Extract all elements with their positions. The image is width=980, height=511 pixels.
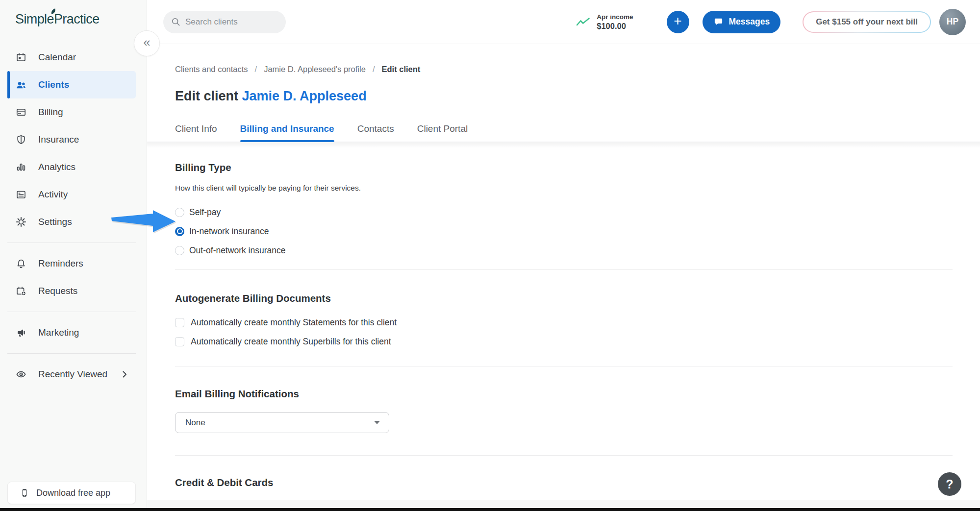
billing-type-options: Self-pay In-network insurance Out-of-net… (175, 206, 953, 256)
sidebar-item-recently-viewed[interactable]: Recently Viewed (7, 361, 136, 388)
sidebar-spacer (0, 388, 147, 482)
analytics-icon (16, 162, 26, 172)
topbar-divider (791, 12, 791, 32)
search-input[interactable] (185, 17, 274, 27)
sidebar-item-label: Calendar (38, 52, 76, 63)
megaphone-icon (16, 327, 26, 338)
sidebar-item-insurance[interactable]: Insurance (7, 126, 136, 153)
billing-type-heading: Billing Type (175, 162, 953, 173)
client-search[interactable] (163, 11, 286, 33)
income-label: Apr income (597, 13, 633, 21)
credit-debit-cards-heading: Credit & Debit Cards (175, 477, 953, 488)
income-widget[interactable]: Apr income $100.00 (576, 13, 633, 31)
radio-out-of-network-insurance[interactable]: Out-of-network insurance (175, 244, 953, 256)
logo-text: SimplePractice (15, 12, 100, 26)
phone-icon (20, 488, 29, 498)
section-divider (175, 366, 953, 366)
billing-type-description: How this client will typically be paying… (175, 184, 953, 193)
radio-button[interactable] (175, 208, 184, 217)
page-title: Edit client Jamie D. Appleseed (175, 89, 953, 104)
sidebar-nav: Calendar Clients Billing (0, 44, 147, 388)
help-button[interactable]: ? (938, 472, 961, 496)
page-title-client-name: Jamie D. Appleseed (242, 89, 367, 103)
main-area: Apr income $100.00 + Messages Get $155 o… (147, 0, 980, 511)
double-chevron-left-icon: « (143, 35, 150, 50)
radio-button[interactable] (175, 246, 184, 255)
section-divider (175, 269, 953, 270)
sidebar-item-settings[interactable]: Settings (7, 208, 136, 236)
checkbox[interactable] (175, 337, 184, 346)
sidebar-divider (7, 243, 136, 243)
breadcrumb-clients-and-contacts[interactable]: Clients and contacts (175, 65, 248, 74)
bell-icon (16, 258, 26, 269)
window-bottom-edge (0, 508, 980, 511)
sidebar-divider (7, 353, 136, 354)
breadcrumb-separator: / (373, 65, 375, 74)
clients-icon (16, 79, 26, 90)
simplepractice-logo: SimplePractice (15, 12, 100, 27)
checkbox-monthly-statements[interactable]: Automatically create monthly Statements … (175, 317, 953, 328)
sidebar-item-activity[interactable]: Activity (7, 181, 136, 208)
sidebar-item-billing[interactable]: Billing (7, 98, 136, 126)
tab-billing-and-insurance[interactable]: Billing and Insurance (240, 123, 334, 142)
breadcrumb-client-profile[interactable]: Jamie D. Appleseed's profile (264, 65, 366, 74)
radio-button-selected[interactable] (175, 227, 184, 236)
page-content: Clients and contacts / Jamie D. Applesee… (147, 44, 980, 511)
tab-bar: Client Info Billing and Insurance Contac… (147, 123, 980, 142)
breadcrumb: Clients and contacts / Jamie D. Applesee… (175, 65, 953, 74)
sidebar-item-label: Marketing (38, 327, 79, 338)
gear-icon (16, 217, 26, 227)
sidebar-item-reminders[interactable]: Reminders (7, 250, 136, 277)
checkbox-monthly-superbills[interactable]: Automatically create monthly Superbills … (175, 336, 953, 347)
referral-promo-button[interactable]: Get $155 off your next bill (803, 11, 931, 33)
sidebar-item-analytics[interactable]: Analytics (7, 153, 136, 181)
calendar-plus-icon (16, 286, 26, 296)
plus-icon: + (674, 14, 681, 28)
download-app-button[interactable]: Download free app (7, 482, 136, 504)
radio-in-network-insurance[interactable]: In-network insurance (175, 225, 953, 237)
chat-bubble-icon (713, 17, 724, 27)
avatar[interactable]: HP (939, 9, 966, 35)
sidebar-item-requests[interactable]: Requests (7, 277, 136, 305)
create-new-button[interactable]: + (667, 11, 689, 33)
sidebar-item-marketing[interactable]: Marketing (7, 319, 136, 346)
email-notifications-select[interactable]: None (175, 412, 389, 433)
sidebar-item-label: Activity (38, 189, 68, 200)
select-value: None (185, 418, 205, 428)
email-notifications-heading: Email Billing Notifications (175, 388, 953, 400)
radio-label: In-network insurance (189, 226, 269, 237)
page-title-prefix: Edit client (175, 89, 238, 103)
income-value: $100.00 (597, 22, 633, 31)
autogenerate-heading: Autogenerate Billing Documents (175, 292, 953, 304)
download-app-label: Download free app (36, 488, 110, 498)
trend-icon (576, 17, 591, 27)
sidebar-item-calendar[interactable]: Calendar (7, 44, 136, 71)
sidebar-collapse-button[interactable]: « (134, 30, 160, 56)
eye-icon (16, 369, 26, 380)
radio-label: Self-pay (189, 207, 221, 218)
checkbox[interactable] (175, 318, 184, 327)
sidebar-item-label: Requests (38, 286, 77, 296)
avatar-initials: HP (947, 17, 958, 27)
sidebar-item-label: Insurance (38, 134, 79, 145)
section-divider (175, 455, 953, 456)
messages-button[interactable]: Messages (703, 11, 781, 33)
caret-down-icon (374, 421, 380, 424)
autogenerate-options: Automatically create monthly Statements … (175, 317, 953, 347)
search-icon (171, 17, 180, 26)
checkbox-label: Automatically create monthly Statements … (191, 317, 397, 328)
sidebar-item-clients[interactable]: Clients (7, 71, 136, 98)
tab-client-info[interactable]: Client Info (175, 123, 217, 142)
sidebar-item-label: Reminders (38, 258, 83, 269)
shield-icon (16, 134, 26, 145)
breadcrumb-edit-client: Edit client (381, 65, 420, 74)
tab-client-portal[interactable]: Client Portal (417, 123, 468, 142)
referral-promo-label: Get $155 off your next bill (804, 12, 930, 32)
activity-icon (16, 189, 26, 200)
breadcrumb-separator: / (255, 65, 257, 74)
checkbox-label: Automatically create monthly Superbills … (191, 337, 391, 347)
radio-self-pay[interactable]: Self-pay (175, 206, 953, 218)
sidebar-divider (7, 312, 136, 312)
tab-contacts[interactable]: Contacts (357, 123, 394, 142)
messages-label: Messages (729, 17, 770, 27)
